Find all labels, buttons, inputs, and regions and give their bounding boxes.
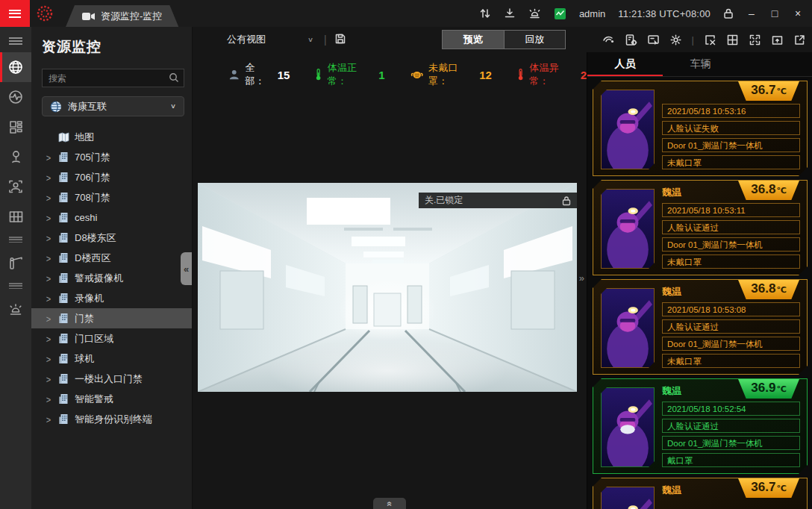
- stat-value: 1: [378, 69, 384, 81]
- thermal-image: [601, 487, 655, 509]
- tree-item[interactable]: > 705门禁: [31, 147, 192, 167]
- fullscreen-icon[interactable]: [749, 34, 761, 46]
- search-input[interactable]: [42, 69, 184, 87]
- minimize-button[interactable]: –: [746, 7, 757, 19]
- tree-item[interactable]: > D8楼东区: [31, 228, 192, 248]
- tree-item[interactable]: > 智能警戒: [31, 389, 192, 409]
- stat-value: 2: [581, 69, 587, 81]
- auth-status: 人脸认证通过: [662, 419, 800, 433]
- stat-total: 全部： 15: [228, 61, 290, 88]
- nav-ptz-control[interactable]: [0, 142, 31, 172]
- tab-resource-monitoring[interactable]: 资源监控-监控: [66, 5, 178, 27]
- mask-status: 戴口罩: [662, 453, 800, 467]
- tree-item[interactable]: > 门禁: [31, 308, 192, 328]
- playback-button[interactable]: 回放: [504, 31, 565, 49]
- person-event-card[interactable]: 36.8 ℃ 魏温 2021/05/18 10:53:08 人脸认证通过 Doo…: [593, 279, 808, 375]
- fisheye-icon[interactable]: [602, 34, 615, 46]
- toolbar-divider: |: [692, 34, 694, 46]
- logo-icon: [36, 4, 54, 22]
- device-config-icon[interactable]: [625, 34, 637, 46]
- view-edit-icon[interactable]: [647, 34, 660, 46]
- tree-item[interactable]: > 门口区域: [31, 328, 192, 349]
- tree-item[interactable]: 地图: [31, 127, 192, 147]
- tree-item[interactable]: > 智能身份识别终端: [31, 409, 192, 429]
- preview-button[interactable]: 预览: [443, 31, 504, 49]
- thermal-image: [601, 387, 655, 467]
- expand-panel-handle[interactable]: »: [579, 272, 584, 284]
- tree-item[interactable]: > ceshi: [31, 207, 192, 228]
- table-icon: [8, 210, 24, 224]
- tree-item[interactable]: > 警戒摄像机: [31, 268, 192, 288]
- nav-table-view[interactable]: [0, 202, 31, 231]
- person-name: 魏温: [662, 483, 800, 498]
- building-icon: [57, 413, 69, 425]
- app-window: 资源监控-监控 admin 11:21:38 UTC+08:00 – □ ×: [0, 0, 812, 509]
- collapse-bottom-handle[interactable]: «: [373, 498, 406, 509]
- video-stage: 全部： 15 体温正常： 1 未戴口罩： 12: [193, 52, 587, 509]
- corridor-video-frame: [198, 183, 577, 392]
- nav-dashboard[interactable]: [0, 112, 31, 142]
- person-event-card[interactable]: 36.9 ℃ 魏温 2021/05/18 10:52:54 人脸认证通过 Doo…: [593, 378, 808, 474]
- camera-icon: [82, 12, 95, 21]
- titlebar: 资源监控-监控 admin 11:21:38 UTC+08:00 – □ ×: [0, 0, 812, 27]
- open-external-icon[interactable]: [793, 34, 806, 46]
- building-icon: [57, 152, 69, 163]
- organization-selector[interactable]: 海康互联 ∨: [42, 96, 184, 116]
- transfer-icon[interactable]: [479, 7, 491, 19]
- settings-gear-icon[interactable]: [669, 34, 682, 46]
- tree-item-label: 705门禁: [75, 151, 110, 164]
- pop-window-icon[interactable]: [771, 34, 784, 46]
- chevron-right-icon: >: [45, 253, 52, 263]
- chevron-down-icon[interactable]: ∨: [307, 36, 313, 43]
- stat-normal-temperature: 体温正常： 1: [315, 61, 384, 88]
- mode-switcher: 预览 回放: [442, 30, 566, 49]
- stat-label: 体温异常：: [529, 61, 575, 88]
- person-name: [662, 86, 800, 101]
- building-icon: [57, 313, 69, 324]
- main-menu-button[interactable]: [0, 0, 30, 27]
- nav-alarm-center[interactable]: [0, 294, 31, 324]
- person-event-card[interactable]: 36.8 ℃ 魏温 2021/05/18 10:53:11 人脸认证通过 Doo…: [593, 180, 808, 275]
- chevron-right-icon: >: [45, 354, 52, 364]
- tree-item[interactable]: > 706门禁: [31, 167, 192, 187]
- tree-item[interactable]: > 球机: [31, 349, 192, 369]
- face-scan-icon: [7, 178, 24, 195]
- nav-face-recognition[interactable]: [0, 172, 31, 202]
- device-name: Door 01_测温门禁一体机: [662, 337, 800, 351]
- lock-screen-icon[interactable]: [723, 7, 734, 19]
- video-tile[interactable]: 关.已锁定: [198, 183, 577, 392]
- mask-status: 未戴口罩: [662, 155, 800, 169]
- network-status-icon[interactable]: [554, 7, 566, 20]
- tree-item[interactable]: > 708门禁: [31, 187, 192, 207]
- layout-grid-icon[interactable]: [726, 34, 739, 46]
- chevron-down-icon: ∨: [170, 102, 176, 110]
- tree-item[interactable]: > 录像机: [31, 288, 192, 308]
- chevron-right-icon: >: [45, 152, 52, 163]
- tab-vehicle[interactable]: 车辆: [663, 52, 738, 76]
- download-icon[interactable]: [504, 7, 516, 19]
- person-event-card[interactable]: 36.7 ℃ 魏温: [593, 478, 808, 509]
- collapse-panel-handle[interactable]: «: [181, 252, 192, 285]
- chevron-right-icon: >: [45, 213, 52, 223]
- app-logo: [30, 4, 60, 22]
- nav-monitoring[interactable]: [0, 52, 31, 82]
- close-button[interactable]: ×: [793, 7, 803, 19]
- clear-screen-icon[interactable]: [704, 34, 716, 46]
- rail-menu-icon[interactable]: [9, 37, 22, 45]
- nav-barrier-gate[interactable]: [0, 248, 31, 278]
- chevron-right-icon: >: [45, 414, 52, 425]
- chevron-right-icon: >: [45, 172, 52, 183]
- nav-health[interactable]: [0, 82, 31, 112]
- tree-item[interactable]: > 一楼出入口门禁: [31, 369, 192, 389]
- tree-item-label: 一楼出入口门禁: [75, 372, 143, 386]
- building-icon: [57, 172, 69, 183]
- view-selector[interactable]: 公有视图: [227, 33, 266, 46]
- tree-item[interactable]: > D楼西区: [31, 248, 192, 268]
- maximize-button[interactable]: □: [769, 7, 780, 19]
- tab-person[interactable]: 人员: [587, 52, 663, 76]
- person-event-card[interactable]: 36.7 ℃ 2021/05/18 10:53:16 人脸认证失败 Door 0…: [593, 81, 808, 176]
- save-view-icon[interactable]: [334, 33, 346, 47]
- navigation-rail: [0, 27, 31, 509]
- alarm-icon[interactable]: [528, 7, 541, 19]
- stat-no-mask: 未戴口罩： 12: [410, 61, 492, 88]
